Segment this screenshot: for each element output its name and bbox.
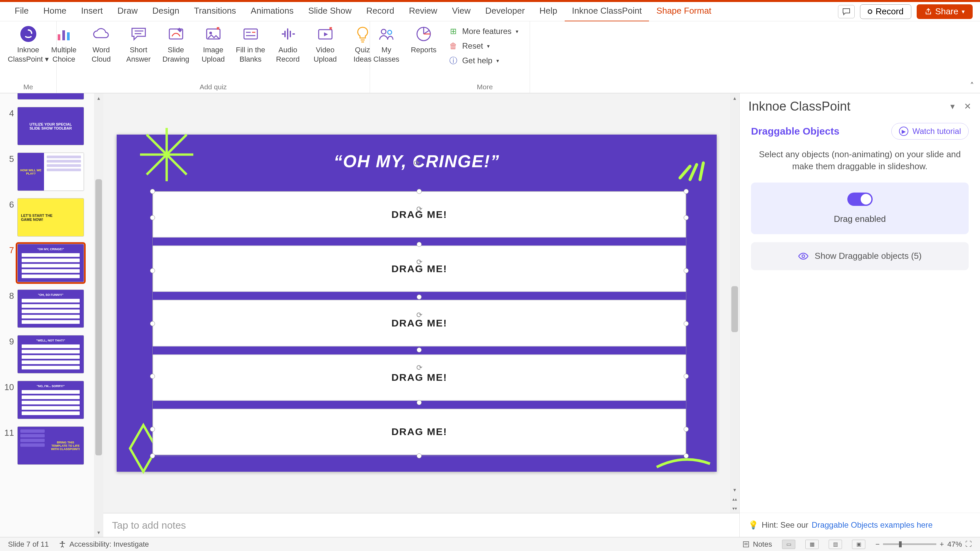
resize-handle[interactable] [417, 453, 422, 458]
tab-review[interactable]: Review [402, 1, 445, 22]
tab-developer[interactable]: Developer [478, 1, 532, 22]
accessibility-button[interactable]: Accessibility: Investigate [59, 540, 149, 549]
zoom-slider-knob[interactable] [899, 541, 902, 547]
comments-button[interactable] [838, 5, 855, 18]
hint-link[interactable]: Draggable Objects examples here [812, 520, 933, 530]
reading-view-button[interactable]: ▥ [829, 540, 842, 549]
resize-handle[interactable] [417, 400, 422, 405]
slide-canvas[interactable]: “OH MY, CRINGE!” DRAG ME! DRAG ME! DRAG … [117, 135, 717, 472]
share-button[interactable]: Share ▾ [917, 4, 973, 19]
record-button[interactable]: Record [860, 4, 912, 19]
multiple-choice-button[interactable]: MultipleChoice [47, 25, 81, 64]
resize-handle[interactable] [684, 427, 689, 432]
zoom-out-button[interactable]: − [875, 540, 880, 549]
hint-text: Hint: See our [762, 520, 808, 530]
slide-thumb-10[interactable]: "NO, I'M... SORRY!" [18, 381, 84, 419]
scrollbar-thumb[interactable] [95, 179, 102, 456]
get-help-button[interactable]: ⓘ Get help ▾ [449, 56, 518, 65]
scroll-up-icon[interactable]: ▴ [730, 93, 739, 103]
watch-tutorial-button[interactable]: ▶ Watch tutorial [891, 123, 969, 140]
scrollbar-thumb[interactable] [731, 286, 738, 332]
resize-handle[interactable] [150, 215, 155, 220]
rotate-handle-icon[interactable]: ⟳ [415, 310, 424, 320]
slide-thumb-9[interactable]: "WELL, NOT THAT!" [18, 335, 84, 373]
resize-handle[interactable] [150, 374, 155, 379]
rotate-handle-icon[interactable]: ⟳ [415, 257, 424, 267]
tab-record[interactable]: Record [359, 1, 402, 22]
prev-slide-icon[interactable]: ▴▴ [730, 494, 739, 504]
more-features-button[interactable]: ⊞ More features ▾ [449, 27, 518, 36]
image-upload-button[interactable]: ImageUpload [197, 25, 230, 64]
rotate-handle-icon[interactable]: ⟳ [412, 159, 422, 168]
resize-handle[interactable] [684, 215, 689, 220]
slide-sorter-button[interactable]: ▦ [805, 540, 819, 549]
resize-handle[interactable] [150, 453, 155, 458]
audio-record-button[interactable]: AudioRecord [271, 25, 305, 64]
resize-handle[interactable] [417, 348, 422, 353]
fit-window-button[interactable]: ⛶ [965, 540, 972, 548]
notes-label: Notes [753, 540, 772, 549]
reports-button[interactable]: Reports [407, 25, 440, 55]
scroll-down-icon[interactable]: ▾ [730, 485, 739, 494]
resize-handle[interactable] [150, 427, 155, 432]
resize-handle[interactable] [684, 453, 689, 458]
tab-view[interactable]: View [445, 1, 478, 22]
zoom-slider[interactable] [883, 543, 936, 545]
resize-handle[interactable] [417, 189, 422, 194]
resize-handle[interactable] [417, 242, 422, 247]
resize-handle[interactable] [684, 374, 689, 379]
slide-thumb-8[interactable]: "OH, SO FUNNY!" [18, 289, 84, 328]
resize-handle[interactable] [150, 268, 155, 273]
zoom-level[interactable]: 47% [947, 540, 962, 549]
video-upload-button[interactable]: VideoUpload [309, 25, 342, 64]
tab-transitions[interactable]: Transitions [187, 1, 243, 22]
slide-drawing-button[interactable]: SlideDrawing [159, 25, 192, 64]
tab-insert[interactable]: Insert [74, 1, 110, 22]
fill-blanks-button[interactable]: Fill in theBlanks [234, 25, 267, 64]
slide-thumb-6[interactable]: LET'S START THEGAME NOW! [18, 198, 84, 237]
slide-thumb-11[interactable]: BRING THIS TEMPLATE TO LIFE WITH CLASSPO… [18, 426, 84, 465]
rotate-handle-icon[interactable]: ⟳ [415, 205, 424, 214]
resize-handle[interactable] [417, 294, 422, 300]
canvas-scrollbar[interactable]: ▴ ▾ ▴▴ ▾▾ [730, 93, 739, 513]
short-answer-button[interactable]: ShortAnswer [122, 25, 155, 64]
inknoe-classpoint-button[interactable]: InknoeClassPoint ▾ [5, 25, 52, 64]
show-draggable-button[interactable]: Show Draggable objects (5) [751, 242, 969, 270]
rotate-handle-icon[interactable]: ⟳ [415, 363, 424, 372]
word-cloud-button[interactable]: WordCloud [85, 25, 118, 64]
slide-thumb-7[interactable]: "OH MY, CRINGE!" [18, 244, 84, 282]
resize-handle[interactable] [684, 268, 689, 273]
drag-enabled-toggle[interactable] [847, 192, 873, 206]
tab-animations[interactable]: Animations [243, 1, 301, 22]
scroll-up-icon[interactable]: ▴ [94, 93, 103, 103]
slide-thumb-5[interactable]: HOW WILL WE PLAY? [18, 152, 84, 191]
tab-shape-format[interactable]: Shape Format [649, 1, 719, 22]
tab-draw[interactable]: Draw [110, 1, 145, 22]
notes-toggle-button[interactable]: Notes [742, 540, 772, 549]
tab-file[interactable]: File [7, 1, 36, 22]
my-classes-button[interactable]: MyClasses [370, 25, 403, 64]
reset-button[interactable]: 🗑 Reset ▾ [449, 41, 518, 51]
notes-pane[interactable]: Tap to add notes [103, 513, 739, 537]
tab-slideshow[interactable]: Slide Show [301, 1, 359, 22]
tab-design[interactable]: Design [145, 1, 187, 22]
resize-handle[interactable] [684, 189, 689, 194]
next-slide-icon[interactable]: ▾▾ [730, 504, 739, 513]
zoom-in-button[interactable]: + [940, 540, 944, 549]
normal-view-button[interactable]: ▭ [782, 540, 795, 549]
resize-handle[interactable] [684, 321, 689, 326]
scroll-down-icon[interactable]: ▾ [94, 528, 103, 537]
tab-help[interactable]: Help [532, 1, 564, 22]
panel-menu-button[interactable]: ▾ [950, 101, 955, 111]
tab-inknoe-classpoint[interactable]: Inknoe ClassPoint [565, 1, 649, 22]
resize-handle[interactable] [150, 189, 155, 194]
share-label: Share [935, 6, 958, 17]
tab-home[interactable]: Home [36, 1, 74, 22]
collapse-ribbon-button[interactable]: ˄ [970, 81, 974, 90]
slide-thumb-3[interactable] [18, 93, 84, 100]
resize-handle[interactable] [150, 321, 155, 326]
thumbnails-scrollbar[interactable]: ▴ ▾ [94, 93, 103, 537]
slide-thumb-4[interactable]: UTILIZE YOUR SPECIALSLIDE SHOW TOOLBAR [18, 107, 84, 145]
panel-close-button[interactable]: ✕ [964, 101, 971, 111]
slideshow-view-button[interactable]: ▣ [852, 540, 865, 549]
